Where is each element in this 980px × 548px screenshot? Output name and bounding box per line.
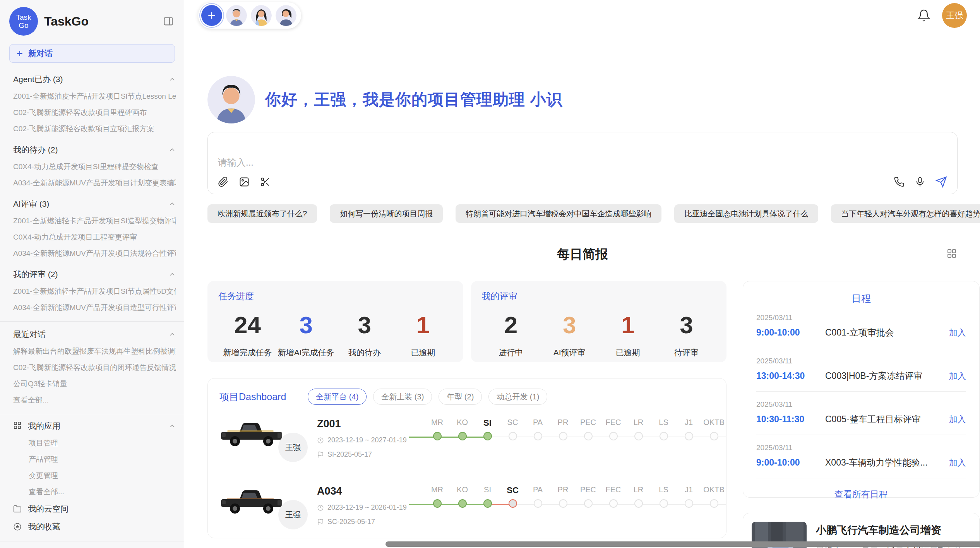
tab-new-platform[interactable]: 全新平台 (4) <box>308 389 367 405</box>
sidebar-task-item[interactable]: Z001-全新燃油轻卡产品开发项目SI造型提交物评审 <box>13 213 176 229</box>
project-info: A034 2023-12-19 ~ 2026-01-19 <box>317 485 409 526</box>
section-agent-done[interactable]: Agent已办 (3) <box>13 70 176 88</box>
join-link[interactable]: 加入 <box>949 457 966 469</box>
section-my-review[interactable]: 我的评审 (2) <box>13 265 176 283</box>
recent-chat-item[interactable]: 解释最新出台的欧盟报废车法规再生塑料比例被调至15%... <box>13 343 176 360</box>
milestone-dot <box>425 499 450 508</box>
milestone-label: MR <box>425 485 450 495</box>
event-date: 2025/03/11 <box>756 357 966 365</box>
schedule-event: 2025/03/11 9:00-10:00 X003-车辆动力学性能验... 加… <box>756 435 966 478</box>
milestone-label: FEC <box>601 418 626 428</box>
sidebar-task-item[interactable]: C02-飞腾新能源轻客改款项目立项汇报方案 <box>13 121 176 137</box>
join-link[interactable]: 加入 <box>949 414 966 425</box>
sidebar-task-item[interactable]: A034-全新新能源MUV产品开发项目造型可行性评审 <box>13 300 176 316</box>
layout-grid-icon[interactable] <box>946 248 958 259</box>
chevron-up-icon[interactable] <box>168 200 176 208</box>
sidebar-task-item[interactable]: A034-全新新能源MUV产品开发项目计划变更表编写 <box>13 175 176 191</box>
chevron-up-icon[interactable] <box>168 331 176 338</box>
section-ai-review[interactable]: AI评审 (3) <box>13 195 176 213</box>
section-my-todo[interactable]: 我的待办 (2) <box>13 141 176 159</box>
sidebar-item-ai-staff[interactable]: AI超级员工 <box>13 543 176 548</box>
sidebar-item-label: AI超级员工 <box>28 546 68 548</box>
dashboard-tabs: 全新平台 (4) 全新上装 (3) 年型 (2) 动总开发 (1) <box>308 389 547 405</box>
suggestion-chip[interactable]: 比亚迪全固态电池计划具体说了什么 <box>674 204 818 223</box>
app-title: TaskGo <box>44 14 89 29</box>
join-link[interactable]: 加入 <box>949 370 966 382</box>
sidebar-item-label: 我的云空间 <box>28 503 69 514</box>
app-item-project[interactable]: 项目管理 <box>13 435 176 451</box>
section-recent-chats[interactable]: 最近对话 <box>13 325 176 343</box>
app-item-change[interactable]: 变更管理 <box>13 468 176 484</box>
chevron-up-icon[interactable] <box>168 422 176 430</box>
plus-icon <box>207 10 217 21</box>
milestone-label: PEC <box>576 418 601 428</box>
sidebar-collapse-icon[interactable] <box>163 16 174 27</box>
milestone-dot <box>601 432 626 440</box>
sidebar-task-item[interactable]: C0X4-动力总成开发项目SI里程碑提交物检查 <box>13 159 176 175</box>
composer-toolbar <box>218 176 947 188</box>
send-icon[interactable] <box>935 176 947 188</box>
event-date: 2025/03/11 <box>756 313 966 322</box>
milestone-label: PR <box>550 418 576 428</box>
view-all-schedule-link[interactable]: 查看所有日程 <box>756 488 966 500</box>
recent-chat-item[interactable]: 公司Q3轻卡销量 <box>13 376 176 392</box>
milestone-label: LS <box>651 418 676 428</box>
sidebar-task-item[interactable]: Z001-全新燃油皮卡产品开发项目SI节点Lesson Learn报告 <box>13 88 176 104</box>
add-assistant-button[interactable] <box>201 5 222 26</box>
section-my-apps[interactable]: 我的应用 <box>13 417 176 435</box>
composer[interactable]: 请输入... <box>207 132 958 194</box>
apps-view-all[interactable]: 查看全部... <box>13 484 176 500</box>
stat-pending-review: 3 待评审 <box>657 310 716 358</box>
sidebar-task-item[interactable]: Z001-全新燃油轻卡产品开发项目SI节点属性5D文件评审 <box>13 283 176 300</box>
suggestion-chip[interactable]: 特朗普可能对进口汽车增税会对中国车企造成哪些影响 <box>456 204 661 223</box>
suggestion-chip[interactable]: 如何写一份清晰的项目周报 <box>330 204 443 223</box>
milestone-dot <box>425 432 450 440</box>
milestone-label: J1 <box>676 485 701 495</box>
join-link[interactable]: 加入 <box>949 327 966 339</box>
microphone-icon[interactable] <box>915 176 925 187</box>
suggestion-chip[interactable]: 欧洲新规最近颁布了什么? <box>207 204 317 223</box>
recent-view-all[interactable]: 查看全部... <box>13 392 176 408</box>
milestone-dot <box>626 499 651 508</box>
notification-bell-icon[interactable] <box>917 9 930 22</box>
chevron-up-icon[interactable] <box>168 75 176 83</box>
recent-chat-item[interactable]: C02-飞腾新能源轻客改款项目的闭环通告反馈情况 <box>13 360 176 376</box>
project-media: 王强 <box>219 417 317 468</box>
stat-ai-prereview: 3 AI预评审 <box>540 310 599 358</box>
composer-placeholder: 请输入... <box>218 156 254 169</box>
new-chat-button[interactable]: 新对话 <box>9 44 175 63</box>
sidebar-item-cloud[interactable]: 我的云空间 <box>13 500 176 518</box>
milestone-dot <box>601 499 626 508</box>
horizontal-scrollbar[interactable] <box>385 541 980 547</box>
milestone-label: OKTB <box>701 418 726 428</box>
project-owner-badge: 王强 <box>278 433 308 462</box>
user-avatar[interactable]: 王强 <box>942 3 967 28</box>
tab-new-body[interactable]: 全新上装 (3) <box>373 389 432 405</box>
assistant-avatar-1[interactable] <box>226 5 247 26</box>
sidebar-task-item[interactable]: A034-全新新能源MUV产品开发项目法规符合性评审 <box>13 245 176 262</box>
stat-review-overdue: 1 已逾期 <box>599 310 657 358</box>
assistant-avatar-3[interactable] <box>276 5 296 26</box>
attachment-icon[interactable] <box>218 176 229 187</box>
section-title: 我的评审 (2) <box>13 269 58 280</box>
suggestion-chip[interactable]: 当下年轻人对汽车外观有怎样的喜好趋势 <box>831 204 980 223</box>
assistant-avatar-2[interactable] <box>251 5 272 26</box>
project-row-z001[interactable]: 王强 Z001 2023-12-19 ~ 2027-01-19 <box>219 417 714 468</box>
tab-year-model[interactable]: 年型 (2) <box>439 389 482 405</box>
sidebar-item-favorites[interactable]: 我的收藏 <box>13 518 176 536</box>
chevron-up-icon[interactable] <box>168 146 176 154</box>
folder-icon <box>13 505 22 513</box>
app-item-product[interactable]: 产品管理 <box>13 451 176 468</box>
image-upload-icon[interactable] <box>239 176 250 187</box>
star-circle-icon <box>13 522 22 531</box>
event-name: X003-车辆动力学性能验... <box>825 457 949 469</box>
project-row-a034[interactable]: 王强 A034 2023-12-19 ~ 2026-01-19 <box>219 485 714 535</box>
flag-icon <box>317 451 324 458</box>
sidebar-task-item[interactable]: C02-飞腾新能源轻客改款项目里程碑画布 <box>13 104 176 121</box>
voice-call-icon[interactable] <box>894 176 905 187</box>
chevron-up-icon[interactable] <box>168 271 176 278</box>
sidebar-task-item[interactable]: C0X4-动力总成开发项目工程变更评审 <box>13 229 176 245</box>
sidebar-header: Task Go TaskGo <box>0 0 184 36</box>
tab-powertrain[interactable]: 动总开发 (1) <box>488 389 547 405</box>
screenshot-scissors-icon[interactable] <box>260 176 271 187</box>
